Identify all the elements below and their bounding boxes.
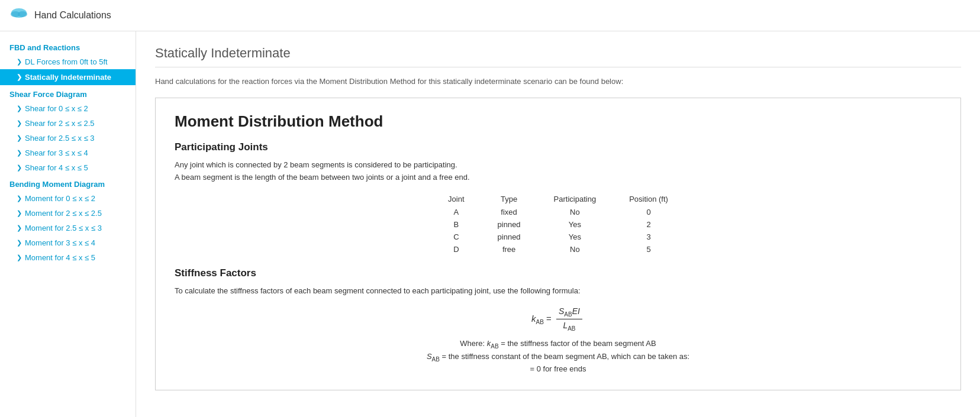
chevron-right-icon: ❯	[17, 149, 22, 157]
sidebar: FBD and Reactions ❯ DL Forces from 0ft t…	[0, 31, 136, 417]
table-header-type: Type	[481, 192, 537, 206]
stiffness-factors-desc: To calculate the stiffness factors of ea…	[175, 285, 942, 298]
sidebar-item-shear-2.5-3[interactable]: ❯ Shear for 2.5 ≤ x ≤ 3	[0, 131, 136, 146]
joints-table: Joint Type Participating Position (ft) A…	[431, 192, 685, 256]
participating-joints-desc: Any joint which is connected by 2 beam s…	[175, 159, 942, 184]
sidebar-item-moment-4-5[interactable]: ❯ Moment for 4 ≤ x ≤ 5	[0, 250, 136, 265]
divider	[155, 67, 961, 67]
sidebar-section-shear: Shear Force Diagram	[0, 85, 136, 101]
app-title: Hand Calculations	[34, 10, 111, 21]
table-row: A fixed No 0	[431, 206, 685, 218]
formula-line-3: = 0 for free ends	[175, 364, 942, 373]
table-header-joint: Joint	[431, 192, 481, 206]
chevron-right-icon: ❯	[17, 164, 22, 172]
chevron-right-icon: ❯	[17, 105, 22, 112]
svg-point-2	[18, 11, 27, 17]
main-layout: FBD and Reactions ❯ DL Forces from 0ft t…	[0, 31, 980, 417]
method-title: Moment Distribution Method	[175, 112, 942, 131]
sidebar-item-shear-4-5[interactable]: ❯ Shear for 4 ≤ x ≤ 5	[0, 160, 136, 175]
sidebar-item-dl-forces[interactable]: ❯ DL Forces from 0ft to 5ft	[0, 54, 136, 69]
sidebar-item-shear-3-4[interactable]: ❯ Shear for 3 ≤ x ≤ 4	[0, 146, 136, 160]
chevron-right-icon: ❯	[17, 209, 22, 217]
sidebar-item-moment-3-4[interactable]: ❯ Moment for 3 ≤ x ≤ 4	[0, 235, 136, 250]
sidebar-section-bending: Bending Moment Diagram	[0, 175, 136, 191]
table-row: C pinned Yes 3	[431, 231, 685, 243]
formula-denominator: LAB	[560, 319, 578, 332]
logo-area: Hand Calculations	[9, 6, 111, 25]
formula-line-2: SAB = the stiffness constant of the beam…	[175, 352, 942, 363]
stiffness-factors-title: Stiffness Factors	[175, 267, 942, 279]
chevron-right-icon: ❯	[17, 195, 22, 202]
sidebar-item-moment-2-2.5[interactable]: ❯ Moment for 2 ≤ x ≤ 2.5	[0, 206, 136, 221]
formula-fraction: SABEI LAB	[556, 306, 582, 332]
chevron-right-icon: ❯	[17, 239, 22, 247]
formula-lhs: kAB =	[531, 313, 554, 324]
table-header-participating: Participating	[537, 192, 613, 206]
skyciv-logo-icon	[9, 6, 28, 25]
content-box: Moment Distribution Method Participating…	[155, 98, 961, 390]
main-content: Statically Indeterminate Hand calculatio…	[136, 31, 980, 417]
formula-numerator: SABEI	[556, 306, 582, 319]
sidebar-item-shear-0-2[interactable]: ❯ Shear for 0 ≤ x ≤ 2	[0, 101, 136, 116]
formula-line-1: Where: kAB = the stiffness factor of the…	[175, 339, 942, 350]
sidebar-item-statically-indeterminate[interactable]: ❯ Statically Indeterminate	[0, 69, 136, 85]
chevron-right-icon: ❯	[17, 134, 22, 142]
chevron-right-icon: ❯	[17, 254, 22, 261]
chevron-right-icon: ❯	[17, 224, 22, 232]
sidebar-section-fbd: FBD and Reactions	[0, 38, 136, 54]
chevron-right-icon: ❯	[17, 119, 22, 127]
table-row: D free No 5	[431, 243, 685, 256]
table-row: B pinned Yes 2	[431, 218, 685, 231]
formula-block: kAB = SABEI LAB	[175, 306, 942, 332]
page-description: Hand calculations for the reaction force…	[155, 77, 961, 86]
table-header-position: Position (ft)	[612, 192, 685, 206]
header: Hand Calculations	[0, 0, 980, 31]
sidebar-item-moment-2.5-3[interactable]: ❯ Moment for 2.5 ≤ x ≤ 3	[0, 221, 136, 235]
chevron-right-icon-active: ❯	[17, 73, 22, 81]
sidebar-item-moment-0-2[interactable]: ❯ Moment for 0 ≤ x ≤ 2	[0, 191, 136, 206]
participating-joints-title: Participating Joints	[175, 141, 942, 153]
chevron-right-icon: ❯	[17, 58, 22, 66]
sidebar-item-shear-2-2.5[interactable]: ❯ Shear for 2 ≤ x ≤ 2.5	[0, 116, 136, 131]
page-title: Statically Indeterminate	[155, 46, 961, 61]
